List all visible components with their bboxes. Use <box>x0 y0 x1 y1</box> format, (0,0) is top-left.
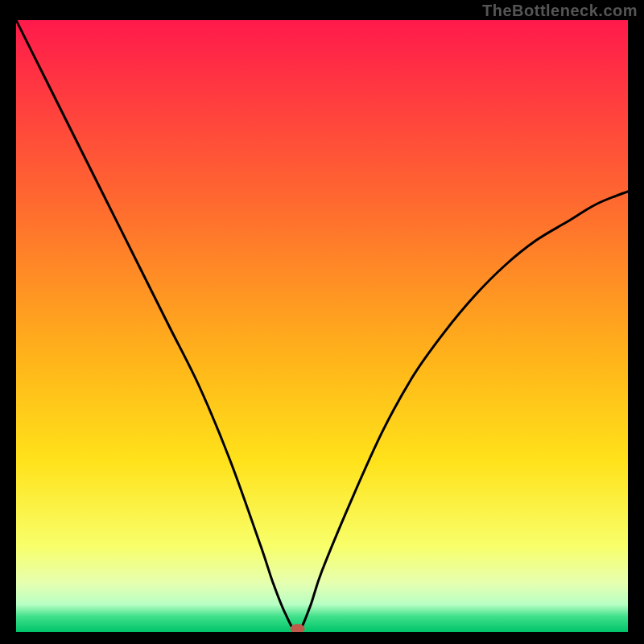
plot-area <box>16 20 628 632</box>
gradient-background <box>16 20 628 632</box>
chart-container: TheBottleneck.com <box>0 0 644 644</box>
watermark-text: TheBottleneck.com <box>482 2 638 20</box>
chart-svg <box>16 20 628 632</box>
